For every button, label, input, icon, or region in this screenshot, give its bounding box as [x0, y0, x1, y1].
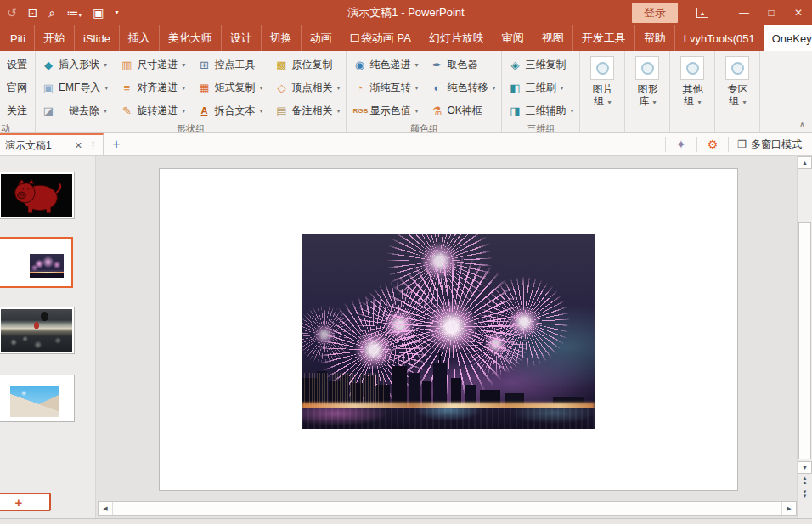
tab-home[interactable]: 开始 — [34, 25, 74, 51]
ribbon-big-buttons: 图片 组 ▾ 图形 库 ▾ 其他 组 ▾ 专区 组 ▾ — [580, 51, 760, 132]
tab-design[interactable]: 设计 — [221, 25, 261, 51]
minimize-button[interactable]: — — [730, 0, 758, 25]
multi-window-icon: ❐ — [737, 138, 747, 150]
fireworks-image[interactable] — [302, 234, 595, 429]
ribbon-item-show-color-value[interactable]: RGB显示色值▾ — [349, 99, 421, 122]
ribbon-item-solid-color-step[interactable]: ◉纯色递进▾ — [349, 54, 421, 76]
ribbon-item-3d-brush[interactable]: ◧三维刷▾ — [505, 76, 577, 99]
slide-thumbnail-4[interactable] — [0, 375, 75, 422]
ribbon-item-align-step[interactable]: ≡对齐递进▾ — [116, 76, 189, 99]
scroll-left-icon[interactable]: ◀ — [99, 502, 113, 515]
dropdown-arrow-icon: ▾ — [414, 61, 418, 69]
group-label-3d: 三维组 — [502, 122, 579, 132]
ribbon-item-3d-assist[interactable]: ◨三维辅助▾ — [505, 99, 577, 122]
ribbon-display-options-icon[interactable]: ▲ — [696, 8, 708, 18]
tab-help[interactable]: 帮助 — [634, 25, 674, 51]
next-slide-button[interactable]: ▼▼ — [798, 487, 812, 501]
new-tab-button[interactable]: + — [104, 133, 129, 155]
scroll-right-icon[interactable]: ▶ — [781, 502, 796, 515]
ribbon-item-picture-group[interactable]: 图片 组 ▾ — [580, 51, 625, 132]
slide-thumbnail-3[interactable] — [0, 307, 75, 354]
vertical-scrollbar[interactable]: ▲ ▼ ▲▲ ▼▼ — [797, 156, 812, 518]
tab-insert[interactable]: 插入 — [119, 25, 159, 51]
tab-koudai-donghua[interactable]: 口袋动画 PA — [341, 25, 420, 51]
threed-copy-icon: ◈ — [508, 59, 522, 70]
list-icon[interactable]: ≔▾ — [66, 7, 82, 19]
settings-gear-icon[interactable]: ⚙ — [701, 138, 725, 151]
scroll-up-icon[interactable]: ▲ — [798, 156, 812, 169]
balloons-slide-image — [1, 309, 72, 352]
tab-onekey8-active[interactable]: OneKey 8 — [764, 25, 812, 51]
one-key-remove-icon: ◪ — [42, 105, 55, 116]
ribbon-item-ok-magic-frame[interactable]: ⚗OK神框 — [426, 99, 499, 122]
tab-transitions[interactable]: 切换 — [261, 25, 301, 51]
ribbon-item-vertex-related[interactable]: ◇顶点相关▾ — [271, 76, 343, 99]
add-slide-button[interactable]: + — [0, 493, 51, 511]
ribbon-item-size-step[interactable]: ▥尺寸递进▾ — [116, 54, 189, 76]
titlebar: ↺ ⊡ ⌕ ≔▾ ▣ ▾ 演示文稿1 - PowerPoint 登录 ▲ — □… — [0, 0, 812, 25]
save-icon[interactable]: ▣ — [93, 7, 104, 19]
circle-icon — [635, 56, 659, 80]
tab-animations[interactable]: 动画 — [301, 25, 341, 51]
ribbon-item-follow[interactable]: 关注 — [0, 99, 35, 122]
ribbon-item-split-merge-text[interactable]: A拆合文本▾ — [194, 99, 266, 122]
customize-qat-icon[interactable]: ▾ — [116, 9, 119, 16]
ribbon-group-shapes: ◆插入形状▾ ▣EMF导入▾ ◪一键去除▾ ▥尺寸递进▾ ≡对齐递进▾ ✎旋转递… — [36, 51, 347, 132]
scrollbar-track[interactable] — [798, 169, 812, 461]
ribbon-item-control-point-tool[interactable]: ⊞控点工具 — [194, 54, 266, 76]
signin-button[interactable]: 登录 — [632, 3, 678, 23]
previous-slide-button[interactable]: ▲▲ — [798, 474, 812, 487]
ribbon-item-other-group[interactable]: 其他 组 ▾ — [670, 51, 715, 132]
circle-icon — [725, 56, 749, 80]
magic-wand-icon[interactable]: ✦ — [669, 138, 693, 151]
close-tab-icon[interactable]: ✕ — [72, 140, 85, 151]
close-button[interactable]: ✕ — [785, 0, 812, 25]
ribbon-item-gradient-solid-swap[interactable]: ◔渐纯互转▾ — [349, 76, 421, 99]
scrollbar-thumb[interactable] — [798, 222, 811, 459]
ribbon-item-graphics-library[interactable]: 图形 库 ▾ — [625, 51, 670, 132]
ribbon-item-3d-copy[interactable]: ◈三维复制 — [505, 54, 577, 76]
ribbon-item-color-picker[interactable]: ✒取色器 — [426, 54, 499, 76]
emf-import-icon: ▣ — [42, 82, 55, 93]
slideshow-icon[interactable]: ⊡ — [28, 7, 38, 19]
ribbon-item-insert-shape[interactable]: ◆插入形状▾ — [38, 54, 111, 76]
dropdown-arrow-icon: ▾ — [743, 99, 747, 106]
ribbon-item-notes-related[interactable]: ▤备注相关▾ — [271, 99, 343, 122]
tab-slideshow[interactable]: 幻灯片放映 — [420, 25, 493, 51]
tab-review[interactable]: 审阅 — [493, 25, 533, 51]
ribbon-item-matrix-copy[interactable]: ▦矩式复制▾ — [194, 76, 266, 99]
status-bar — [0, 518, 812, 524]
tab-piti[interactable]: Piti — [2, 25, 34, 51]
ribbon-item-in-place-copy[interactable]: ▩原位复制 — [271, 54, 343, 76]
dropdown-arrow-icon: ▾ — [78, 11, 82, 19]
slide-thumbnail-2-selected[interactable] — [0, 237, 73, 288]
ribbon-item-one-key-remove[interactable]: ◪一键去除▾ — [38, 99, 111, 122]
tab-lvyhtools[interactable]: LvyhTools(051 — [674, 25, 764, 51]
maximize-button[interactable]: □ — [758, 0, 785, 25]
multi-window-mode-button[interactable]: ❐ 多窗口模式 — [732, 138, 812, 152]
scroll-down-icon[interactable]: ▼ — [798, 461, 812, 474]
ribbon-item-solid-color-transfer[interactable]: ◐纯色转移▾ — [426, 76, 499, 99]
slide-thumbnail-1[interactable] — [0, 172, 75, 219]
tab-view[interactable]: 视图 — [533, 25, 572, 51]
ribbon-item-rotate-step[interactable]: ✎旋转递进▾ — [116, 99, 189, 122]
tab-meihua-dashi[interactable]: 美化大师 — [159, 25, 221, 51]
collapse-ribbon-icon[interactable]: ∧ — [799, 120, 805, 129]
tab-developer[interactable]: 开发工具 — [572, 25, 634, 51]
ribbon-group-3d: ◈三维复制 ◧三维刷▾ ◨三维辅助▾ 三维组 — [502, 51, 580, 132]
solid-color-transfer-icon: ◐ — [430, 82, 443, 93]
kebab-menu-icon[interactable]: ⋮ — [88, 140, 98, 151]
group-label-quick: 动 — [0, 122, 35, 132]
ribbon-item-official-site[interactable]: 官网 — [0, 76, 35, 99]
tab-islide[interactable]: iSlide — [74, 25, 119, 51]
ribbon-item-emf-import[interactable]: ▣EMF导入▾ — [38, 76, 111, 99]
dropdown-arrow-icon: ▾ — [259, 84, 262, 92]
ribbon-item-settings[interactable]: 设置 — [0, 54, 35, 76]
slide-canvas[interactable] — [159, 168, 738, 491]
workspace: + ◀ ▶ — [0, 156, 812, 518]
print-preview-icon[interactable]: ⌕ — [48, 7, 55, 19]
document-tab[interactable]: 演示文稿1 ✕ ⋮ — [0, 133, 104, 155]
ribbon-item-zone-group[interactable]: 专区 组 ▾ — [715, 51, 760, 132]
undo-icon[interactable]: ↺ — [7, 7, 17, 19]
horizontal-scrollbar[interactable]: ◀ ▶ — [98, 501, 797, 516]
